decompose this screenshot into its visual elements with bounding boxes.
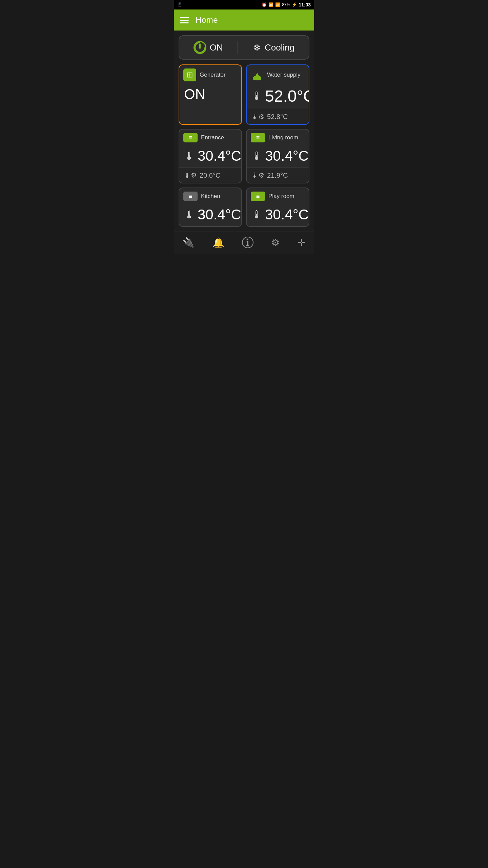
entrance-ac-icon [183,133,198,142]
kitchen-header: Kitchen [179,188,241,203]
entrance-set-temp: 20.6°C [200,172,220,179]
sim-icon: 📱 [177,2,182,7]
entrance-title: Entrance [201,134,224,141]
kitchen-temp: 🌡 30.4°C [184,206,237,223]
alarm-icon: ⏰ [262,2,267,7]
water-supply-card[interactable]: Water supply 🌡 52.0°C 🌡⚙ 52.8°C [246,64,309,125]
kitchen-body: 🌡 30.4°C [179,203,241,226]
power-icon[interactable] [194,41,206,54]
living-room-header: Living room [247,130,309,144]
water-supply-current-temp: 52.0°C [265,87,309,105]
status-left: 📱 [177,2,182,7]
play-room-title: Play room [268,193,294,200]
bottom-nav: 🔌 🔔 ℹ ⚙ ✛ [174,232,314,254]
generator-card[interactable]: Generator ON [179,64,242,125]
thermometer-icon-5: 🌡 [251,209,262,221]
bell-icon: 🔔 [212,237,224,248]
signal-icon: 📶 [275,2,280,7]
info-icon: ℹ [242,237,253,248]
living-room-card[interactable]: Living room 🌡 30.4°C 🌡⚙ 21.9°C [246,129,309,183]
generator-icon [183,68,196,81]
living-room-ac-icon [251,133,265,142]
entrance-current-temp: 30.4°C [198,148,241,164]
entrance-card[interactable]: Entrance 🌡 30.4°C 🌡⚙ 20.6°C [179,129,242,183]
kitchen-card[interactable]: Kitchen 🌡 30.4°C [179,188,242,227]
charging-icon: ⚡ [292,2,297,7]
water-supply-body: 🌡 52.0°C [247,83,309,109]
living-room-body: 🌡 30.4°C [247,144,309,167]
water-supply-header: Water supply [247,65,309,83]
power-status[interactable]: ON [194,41,223,54]
nav-move[interactable]: ✛ [294,236,309,250]
thermometer-icon: 🌡 [251,90,262,102]
play-room-current-temp: 30.4°C [265,206,309,223]
play-room-temp: 🌡 30.4°C [251,206,304,223]
header: Home [174,9,314,31]
living-room-temp: 🌡 30.4°C [251,148,304,164]
mode-status[interactable]: ❄ Cooling [253,42,294,54]
kitchen-ac-icon [183,192,198,201]
play-room-ac-icon [251,192,265,201]
thermometer-icon-2: 🌡 [184,150,195,162]
generator-card-header: Generator [179,65,241,83]
power-mode-bar[interactable]: ON ❄ Cooling [179,35,309,60]
entrance-footer: 🌡⚙ 20.6°C [179,167,241,183]
living-room-title: Living room [268,134,298,141]
hamburger-icon[interactable] [180,17,189,23]
snowflake-icon: ❄ [253,42,261,54]
nav-info[interactable]: ℹ [239,235,257,250]
status-right: ⏰ 📶 📶 87% ⚡ 11:03 [262,2,311,7]
time-label: 11:03 [299,2,311,7]
water-supply-set-temp: 52.8°C [267,113,288,121]
main-content: ON ❄ Cooling Generator ON Water supply [174,31,314,232]
water-supply-temp: 🌡 52.0°C [251,87,304,105]
thermometer-icon-4: 🌡 [184,209,195,221]
play-room-header: Play room [247,188,309,203]
divider [238,41,238,54]
thermo-gear-icon-2: 🌡⚙ [184,171,197,179]
kitchen-title: Kitchen [201,193,220,200]
nav-bell[interactable]: 🔔 [209,236,228,250]
status-bar: 📱 ⏰ 📶 📶 87% ⚡ 11:03 [174,0,314,9]
water-supply-footer: 🌡⚙ 52.8°C [247,109,309,124]
generator-title: Generator [200,72,226,78]
play-room-card[interactable]: Play room 🌡 30.4°C [246,188,309,227]
thermo-gear-icon-3: 🌡⚙ [251,171,264,179]
entrance-header: Entrance [179,130,241,144]
living-room-current-temp: 30.4°C [265,148,309,164]
water-drop-icon [251,68,264,81]
plug-icon: 🔌 [183,237,195,248]
play-room-body: 🌡 30.4°C [247,203,309,226]
wifi-icon: 📶 [268,2,273,7]
kitchen-current-temp: 30.4°C [198,206,241,223]
living-room-set-temp: 21.9°C [267,172,288,179]
battery-label: 87% [282,2,290,7]
device-grid: Generator ON Water supply 🌡 52.0°C 🌡⚙ 52… [179,64,309,232]
nav-settings[interactable]: ⚙ [268,236,283,250]
living-room-footer: 🌡⚙ 21.9°C [247,167,309,183]
move-icon: ✛ [298,237,305,248]
nav-plug[interactable]: 🔌 [179,236,198,250]
thermo-gear-icon: 🌡⚙ [251,113,264,121]
power-label: ON [210,42,223,53]
page-title: Home [196,15,218,25]
settings-icon: ⚙ [271,237,280,248]
thermometer-icon-3: 🌡 [251,150,262,162]
water-supply-title: Water supply [267,72,301,78]
entrance-temp: 🌡 30.4°C [184,148,237,164]
mode-label: Cooling [265,42,294,53]
generator-status: ON [179,83,241,106]
entrance-body: 🌡 30.4°C [179,144,241,167]
